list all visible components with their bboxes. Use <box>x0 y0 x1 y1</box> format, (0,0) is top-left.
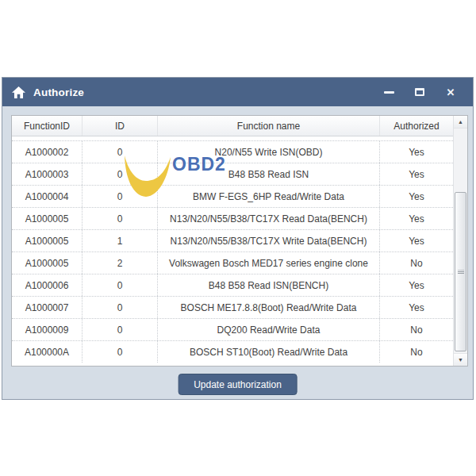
cell-id: 0 <box>83 141 158 163</box>
cell-authorized: Yes <box>380 297 453 318</box>
authorize-window: Authorize ✕ FunctionID ID Function name <box>2 77 474 400</box>
column-header-function-id[interactable]: FunctionID <box>12 116 83 136</box>
cell-function-id: A1000009 <box>12 319 83 340</box>
cell-function-id: A1000005 <box>12 252 83 274</box>
table-row[interactable]: A1000002 0 N20/N55 Write ISN(OBD) Yes <box>12 140 453 163</box>
vertical-scrollbar[interactable]: ▲ ▼ <box>453 116 467 366</box>
cell-id: 0 <box>83 297 158 318</box>
home-icon[interactable] <box>12 86 25 98</box>
table-row[interactable]: A100000A 0 BOSCH ST10(Boot) Read/Write D… <box>12 340 453 363</box>
table-row[interactable]: A1000005 1 N13/N20/N55/B38/TC17X Write D… <box>12 229 453 251</box>
page-background: Authorize ✕ FunctionID ID Function name <box>0 0 476 476</box>
table-header-row: FunctionID ID Function name Authorized <box>12 116 453 136</box>
table-row[interactable]: A1000005 0 N13/N20/N55/B38/TC17X Read Da… <box>12 207 453 229</box>
cell-function-id: A100000A <box>12 341 83 363</box>
scroll-up-icon: ▲ <box>458 119 463 125</box>
cell-function-name: Volkswagen Bosch MED17 series engine clo… <box>158 252 380 274</box>
table-row[interactable]: A1000004 0 BMW F-EGS_6HP Read/Write Data… <box>12 185 453 207</box>
cell-authorized: No <box>380 319 453 340</box>
cell-function-name: N20/N55 Write ISN(OBD) <box>158 141 380 163</box>
cell-function-name: BMW F-EGS_6HP Read/Write Data <box>158 186 380 207</box>
table-row[interactable]: A1000009 0 DQ200 Read/Write Data No <box>12 318 453 340</box>
scrollbar-thumb[interactable] <box>455 192 466 351</box>
table-row[interactable]: A1000005 2 Volkswagen Bosch MED17 series… <box>12 251 453 274</box>
cell-function-id: A1000007 <box>12 297 83 318</box>
column-header-function-name[interactable]: Function name <box>158 116 380 136</box>
cell-authorized: Yes <box>380 208 453 229</box>
cell-id: 0 <box>83 208 158 229</box>
cell-function-name: N13/N20/N55/B38/TC17X Write Data(BENCH) <box>158 230 380 251</box>
window-content: FunctionID ID Function name Authorized A… <box>2 106 473 399</box>
cell-function-id: A1000005 <box>12 230 83 251</box>
table-row[interactable]: A1000007 0 BOSCH ME17.8.8(Boot) Read/Wri… <box>12 296 453 318</box>
close-button[interactable]: ✕ <box>444 86 457 98</box>
maximize-button[interactable] <box>413 86 426 98</box>
cell-id: 1 <box>83 230 158 251</box>
window-controls: ✕ <box>382 86 463 98</box>
column-header-authorized[interactable]: Authorized <box>380 116 453 136</box>
cell-function-id: A1000002 <box>12 141 83 163</box>
cell-function-id: A1000006 <box>12 274 83 296</box>
titlebar: Authorize ✕ <box>2 78 473 106</box>
cell-id: 0 <box>83 163 158 185</box>
cell-id: 0 <box>83 274 158 296</box>
cell-authorized: Yes <box>380 186 453 207</box>
cell-function-name: BOSCH ME17.8.8(Boot) Read/Write Data <box>158 297 380 318</box>
update-authorization-button[interactable]: Update authorization <box>178 374 298 395</box>
cell-id: 0 <box>83 186 158 207</box>
scrollbar-grip-icon <box>458 270 464 274</box>
cell-function-id: A1000005 <box>12 208 83 229</box>
cell-authorized: Yes <box>380 274 453 296</box>
window-title: Authorize <box>33 86 84 98</box>
cell-function-id: A1000004 <box>12 186 83 207</box>
functions-table: FunctionID ID Function name Authorized A… <box>11 115 468 367</box>
cell-id: 0 <box>83 319 158 340</box>
cell-function-name: DQ200 Read/Write Data <box>158 319 380 340</box>
cell-function-name: N13/N20/N55/B38/TC17X Read Data(BENCH) <box>158 208 380 229</box>
maximize-icon <box>415 88 424 96</box>
column-header-id[interactable]: ID <box>83 116 158 136</box>
minimize-icon <box>384 91 394 94</box>
cell-function-id: A1000003 <box>12 163 83 185</box>
table-row[interactable]: A1000003 0 B48 B58 Read ISN Yes <box>12 163 453 185</box>
close-icon: ✕ <box>447 87 455 98</box>
cell-function-name: BOSCH ST10(Boot) Read/Write Data <box>158 341 380 363</box>
scroll-down-button[interactable]: ▼ <box>454 353 467 366</box>
table-row[interactable]: A1000006 0 B48 B58 Read ISN(BENCH) Yes <box>12 274 453 296</box>
cell-function-name: B48 B58 Read ISN <box>158 163 380 185</box>
cell-authorized: No <box>380 252 453 274</box>
table-body: A1000002 0 N20/N55 Write ISN(OBD) Yes A1… <box>12 140 453 363</box>
cell-authorized: Yes <box>380 141 453 163</box>
cell-authorized: No <box>380 341 453 363</box>
scroll-down-icon: ▼ <box>458 357 463 363</box>
minimize-button[interactable] <box>382 86 395 98</box>
cell-authorized: Yes <box>380 230 453 251</box>
cell-id: 2 <box>83 252 158 274</box>
cell-function-name: B48 B58 Read ISN(BENCH) <box>158 274 380 296</box>
cell-id: 0 <box>83 341 158 363</box>
cell-authorized: Yes <box>380 163 453 185</box>
scroll-up-button[interactable]: ▲ <box>454 116 467 129</box>
